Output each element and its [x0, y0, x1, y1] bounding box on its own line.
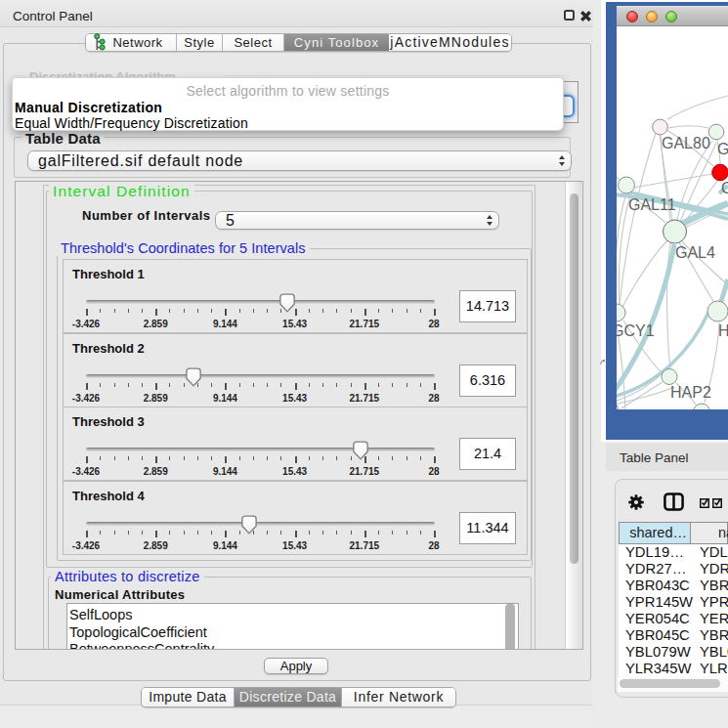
svg-text:GA: GA	[717, 141, 728, 157]
svg-text:H: H	[718, 322, 728, 339]
svg-text:GAL80: GAL80	[662, 135, 710, 151]
svg-text:HAP2: HAP2	[670, 384, 711, 401]
svg-text:GAL4: GAL4	[675, 244, 715, 261]
svg-text:C: C	[721, 180, 728, 196]
svg-text:GAL11: GAL11	[628, 196, 676, 213]
svg-text:GCY1: GCY1	[617, 322, 655, 339]
